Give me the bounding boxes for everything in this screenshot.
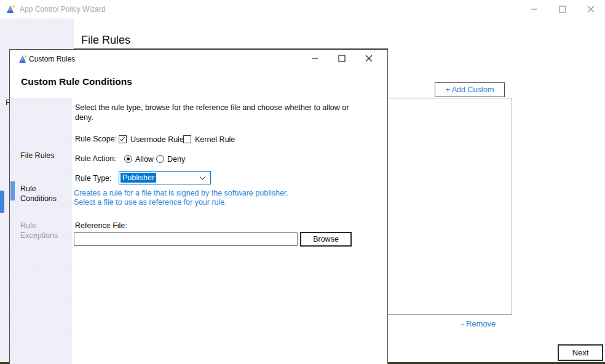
- remove-link[interactable]: - Remove: [461, 319, 496, 328]
- rule-type-dropdown[interactable]: Publisher: [119, 171, 211, 184]
- rule-type-selected-value: Publisher: [121, 173, 156, 183]
- allow-radio[interactable]: [124, 155, 132, 163]
- rule-type-description-line1: Creates a rule for a file that is signed…: [74, 189, 288, 198]
- minimize-icon[interactable]: [520, 0, 548, 18]
- deny-label[interactable]: Deny: [167, 155, 185, 164]
- next-button[interactable]: Next: [558, 344, 603, 361]
- maximize-icon[interactable]: [548, 0, 577, 18]
- main-title-bar: App Control Policy Wizard: [0, 0, 605, 18]
- usermode-rule-label[interactable]: Usermode Rule: [130, 135, 184, 144]
- chevron-down-icon: [200, 174, 206, 180]
- deny-radio[interactable]: [156, 155, 164, 163]
- file-rules-list[interactable]: [369, 98, 512, 315]
- kernel-rule-label[interactable]: Kernel Rule: [195, 135, 235, 144]
- main-window-title: App Control Policy Wizard: [20, 0, 105, 18]
- main-window-controls: [520, 0, 605, 18]
- dialog-content: Select the rule type, browse for the ref…: [10, 50, 387, 364]
- check-icon: [120, 136, 125, 141]
- intro-text: Select the rule type, browse for the ref…: [75, 103, 365, 122]
- add-custom-button[interactable]: + Add Custom: [435, 82, 505, 97]
- custom-rules-dialog: Custom Rules Custom Rule Conditions File…: [9, 49, 388, 364]
- radio-dot-icon: [127, 157, 130, 160]
- allow-label[interactable]: Allow: [135, 155, 154, 164]
- rule-type-description-line2: Select a file to use as reference for yo…: [74, 198, 227, 207]
- app-wizard-icon: [6, 4, 16, 14]
- close-icon[interactable]: [577, 0, 605, 18]
- heading-divider: [74, 48, 388, 49]
- reference-file-input[interactable]: [74, 232, 298, 246]
- kernel-rule-checkbox[interactable]: [183, 135, 191, 143]
- rule-action-label: Rule Action:: [75, 154, 116, 163]
- usermode-rule-checkbox[interactable]: [119, 135, 127, 143]
- rule-scope-label: Rule Scope:: [75, 135, 117, 143]
- page-title: File Rules: [81, 34, 130, 47]
- main-sidebar-active-accent: [0, 191, 4, 213]
- browse-button[interactable]: Browse: [300, 232, 352, 247]
- rule-type-label: Rule Type:: [75, 174, 112, 183]
- reference-file-label: Reference File:: [75, 221, 127, 230]
